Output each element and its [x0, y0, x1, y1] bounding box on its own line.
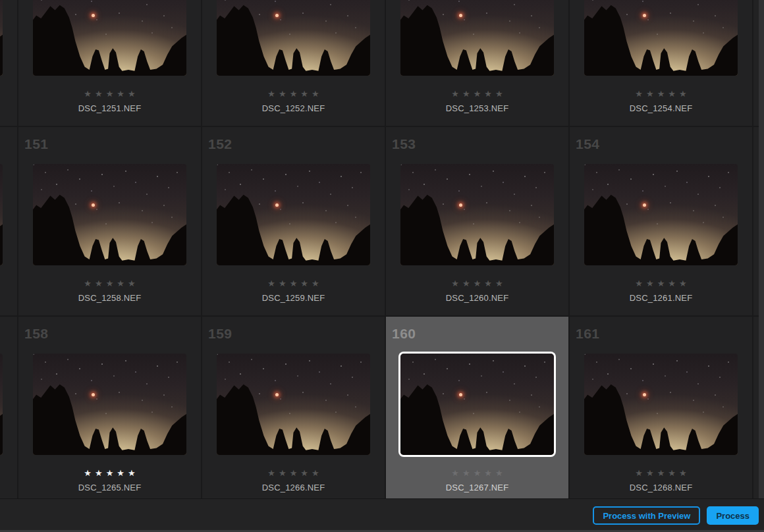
rock-silhouette: [400, 0, 554, 76]
filename-label: DSC_1259.NEF: [202, 293, 385, 303]
rock-silhouette: [217, 164, 370, 265]
filename-label: DSC_1261.NEF: [570, 293, 752, 303]
grid-row: ★★★★★ DSC_1251.NEF ★★★★★ DSC_1252.NEF ★★…: [0, 0, 764, 127]
sky-stars: [400, 354, 402, 355]
red-star: [275, 14, 279, 17]
process-button[interactable]: Process: [707, 506, 759, 525]
filename-label: DSC_1253.NEF: [386, 103, 568, 113]
sky-stars: [584, 164, 586, 165]
photo-grid: ★★★★★ DSC_1251.NEF ★★★★★ DSC_1252.NEF ★★…: [0, 0, 764, 506]
red-star: [643, 393, 646, 396]
photo-thumbnail[interactable]: [584, 0, 738, 76]
process-with-preview-button[interactable]: Process with Preview: [593, 506, 700, 525]
star-rating[interactable]: ★★★★★: [202, 279, 385, 288]
photo-cell-dsc1253[interactable]: ★★★★★ DSC_1253.NEF: [386, 0, 570, 126]
star-rating[interactable]: ★★★★★: [18, 468, 201, 478]
sky-stars: [217, 164, 218, 165]
photo-cell-dsc1258[interactable]: 151 ★★★★★ DSC_1258.NEF: [18, 127, 202, 315]
filename-label: DSC_1267.NEF: [386, 483, 568, 492]
photo-thumbnail[interactable]: [0, 164, 3, 265]
star-rating[interactable]: ★★★★★: [202, 89, 385, 99]
red-star: [459, 14, 462, 17]
photo-thumbnail[interactable]: [584, 354, 738, 455]
filename-label: DSC_1266.NEF: [202, 483, 385, 492]
rock-silhouette: [0, 354, 3, 455]
photo-cell-partial-left[interactable]: [0, 127, 18, 315]
photo-index: 158: [24, 326, 49, 342]
photo-thumbnail[interactable]: [217, 164, 370, 265]
star-rating[interactable]: ★★★★★: [386, 279, 568, 288]
rock-silhouette: [33, 164, 186, 265]
star-rating[interactable]: ★★★★★: [570, 279, 752, 288]
photo-index: 160: [392, 326, 416, 342]
photo-thumbnail[interactable]: [400, 0, 554, 76]
bottom-action-bar: Process with Preview Process: [0, 498, 764, 532]
star-rating[interactable]: ★★★★★: [18, 279, 201, 288]
photo-thumbnail[interactable]: [400, 164, 554, 265]
photo-cell-dsc1268[interactable]: 161 ★★★★★ DSC_1268.NEF: [570, 317, 753, 505]
rock-silhouette: [0, 0, 3, 76]
photo-cell-dsc1254[interactable]: ★★★★★ DSC_1254.NEF: [570, 0, 753, 126]
red-star: [92, 393, 95, 396]
star-rating[interactable]: ★★★★★: [570, 89, 752, 99]
filename-label: DSC_1252.NEF: [202, 103, 385, 113]
vertical-scrollbar[interactable]: [759, 0, 764, 498]
star-rating[interactable]: ★★★★★: [386, 468, 568, 478]
photo-index: 161: [576, 326, 600, 342]
filename-label: DSC_1260.NEF: [386, 293, 568, 303]
photo-cell-partial-left[interactable]: [0, 317, 18, 505]
photo-thumbnail[interactable]: [33, 164, 186, 265]
red-star: [459, 203, 462, 207]
rock-silhouette: [584, 0, 738, 76]
photo-cell-dsc1261[interactable]: 154 ★★★★★ DSC_1261.NEF: [570, 127, 753, 315]
star-rating[interactable]: ★★★★★: [18, 89, 201, 99]
photo-index: 159: [208, 326, 232, 342]
photo-index: 154: [576, 136, 600, 152]
filename-label: DSC_1268.NEF: [570, 483, 752, 492]
photo-cell-dsc1260[interactable]: 153 ★★★★★ DSC_1260.NEF: [386, 127, 570, 315]
rock-silhouette: [584, 164, 738, 265]
red-star: [92, 203, 95, 207]
photo-thumbnail[interactable]: [33, 354, 186, 455]
rock-silhouette: [217, 0, 370, 76]
photo-thumbnail[interactable]: [0, 0, 3, 76]
photo-thumbnail[interactable]: [400, 354, 554, 455]
photo-thumbnail[interactable]: [217, 0, 370, 76]
filename-label: DSC_1254.NEF: [570, 103, 752, 113]
rock-silhouette: [400, 354, 554, 455]
red-star: [92, 14, 95, 17]
grid-row: 158 ★★★★★ DSC_1265.NEF 159 ★★★★★ DSC_126…: [0, 317, 764, 506]
rock-silhouette: [584, 354, 738, 455]
rock-silhouette: [33, 0, 186, 76]
red-star: [275, 393, 279, 396]
star-rating[interactable]: ★★★★★: [386, 89, 568, 99]
photo-cell-partial-left[interactable]: [0, 0, 18, 126]
sky-stars: [400, 164, 402, 165]
photo-thumbnail[interactable]: [0, 354, 3, 455]
photo-cell-dsc1265[interactable]: 158 ★★★★★ DSC_1265.NEF: [18, 317, 202, 505]
star-rating[interactable]: ★★★★★: [202, 468, 385, 478]
red-star: [459, 393, 462, 396]
photo-cell-dsc1259[interactable]: 152 ★★★★★ DSC_1259.NEF: [202, 127, 386, 315]
red-star: [643, 203, 646, 207]
rock-silhouette: [33, 354, 186, 455]
photo-cell-dsc1251[interactable]: ★★★★★ DSC_1251.NEF: [18, 0, 202, 126]
photo-index: 152: [208, 136, 232, 152]
red-star: [643, 14, 646, 17]
star-rating[interactable]: ★★★★★: [570, 468, 752, 478]
filename-label: DSC_1251.NEF: [18, 103, 201, 113]
grid-row: 151 ★★★★★ DSC_1258.NEF 152 ★★★★★ DSC_125…: [0, 127, 764, 317]
rock-silhouette: [400, 164, 554, 265]
photo-thumbnail[interactable]: [584, 164, 738, 265]
rock-silhouette: [217, 354, 370, 455]
photo-thumbnail[interactable]: [33, 0, 186, 76]
photo-index: 153: [392, 136, 416, 152]
photo-cell-dsc1267-selected[interactable]: 160 ★★★★★ DSC_1267.NEF: [386, 317, 570, 505]
photo-cell-dsc1266[interactable]: 159 ★★★★★ DSC_1266.NEF: [202, 317, 386, 505]
sky-stars: [217, 354, 218, 355]
filename-label: DSC_1265.NEF: [18, 483, 201, 492]
photo-cell-dsc1252[interactable]: ★★★★★ DSC_1252.NEF: [202, 0, 386, 126]
photo-thumbnail[interactable]: [217, 354, 370, 455]
sky-stars: [33, 164, 34, 165]
sky-stars: [33, 354, 34, 355]
